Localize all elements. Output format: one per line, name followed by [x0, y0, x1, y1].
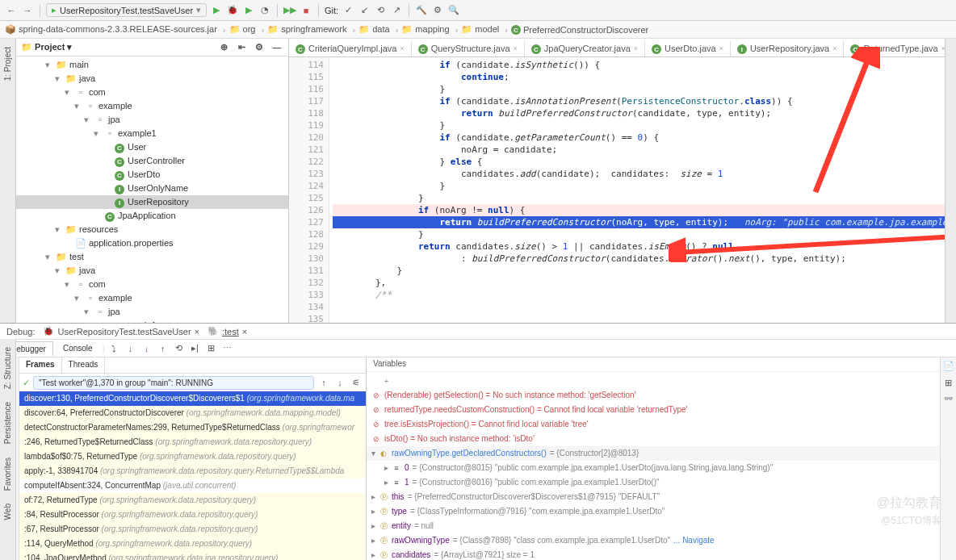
settings-icon[interactable]: ⚙ [431, 4, 444, 17]
breadcrumb-seg[interactable]: 📁 model [461, 24, 508, 35]
stack-frame[interactable]: :67, ResultProcessor (org.springframewor… [19, 522, 366, 537]
variable-row[interactable]: ▸ ⓟ this = {PreferredConstructorDiscover… [367, 490, 940, 504]
breadcrumb-seg[interactable]: 📁 data [358, 24, 398, 35]
breadcrumb-seg[interactable]: 📦 spring-data-commons-2.3.3.RELEASE-sour… [5, 24, 226, 35]
tree-node[interactable]: JpaApplication [16, 209, 288, 223]
rail-persistence[interactable]: Persistence [3, 399, 12, 447]
stack-frame[interactable]: :246, ReturnedType$ReturnedClass (org.sp… [19, 435, 366, 449]
search-icon[interactable]: 🔍 [447, 4, 460, 17]
git-pull-icon[interactable]: ↙ [358, 4, 371, 17]
back-icon[interactable]: ← [5, 4, 18, 17]
profile-icon[interactable]: ◔ [258, 4, 271, 17]
step-into-icon[interactable]: ↓ [124, 344, 136, 353]
variables-tree[interactable]: ＋ (Renderable) getSelection() = No such … [367, 372, 940, 560]
evaluate-icon[interactable]: ⊞ [204, 343, 217, 353]
tree-node[interactable]: ▾▫example [16, 291, 288, 305]
frame-up-icon[interactable]: ↑ [317, 378, 330, 387]
layout-icon[interactable]: ⊞ [942, 378, 955, 388]
threads-tab[interactable]: Threads [62, 357, 106, 373]
variable-row[interactable]: ▸ ⓟ candidates = {ArrayList@7921} size =… [367, 548, 940, 560]
breadcrumb-seg[interactable]: 📁 org [229, 24, 265, 35]
variable-row[interactable]: (Renderable) getSelection() = No such in… [367, 388, 940, 403]
breadcrumb-seg[interactable]: PreferredConstructorDiscoverer [511, 24, 654, 36]
tree-node[interactable]: ▾📁java [16, 72, 288, 86]
variable-row[interactable]: ▾ ◐ rawOwningType.getDeclaredConstructor… [367, 446, 940, 461]
editor-tab[interactable]: ReturnedType.java× [844, 41, 953, 57]
new-watch-icon[interactable]: 📄 [942, 361, 955, 371]
fwd-icon[interactable]: → [21, 4, 34, 17]
tree-node[interactable]: ▾▫example [16, 99, 288, 113]
collapse-icon[interactable]: ⇤ [235, 41, 248, 54]
coverage-icon[interactable]: ▶ [242, 4, 255, 17]
drop-frame-icon[interactable]: ⟲ [172, 343, 185, 353]
gear-icon[interactable]: ⚙ [253, 41, 266, 54]
editor-tab[interactable]: UserRepository.java× [731, 41, 845, 57]
variable-row[interactable]: ▸ ⓟ type = {ClassTypeInformation@7916} "… [367, 504, 940, 519]
stop-icon[interactable]: ■ [300, 4, 312, 17]
rail-structure[interactable]: Z: Structure [3, 344, 12, 392]
editor-tab[interactable]: QueryStructure.java× [412, 41, 525, 57]
stack-frame[interactable]: :104, JpaQueryMethod (org.springframewor… [19, 551, 366, 560]
debug-session-tab[interactable]: 🐞 UserRepositoryTest.testSaveUser × [43, 326, 199, 336]
tree-node[interactable]: ▾📁test [16, 250, 288, 264]
stack-frame[interactable]: discover:130, PreferredConstructorDiscov… [19, 391, 366, 406]
stack-frame[interactable]: of:72, ReturnedType (org.springframework… [19, 493, 366, 508]
tree-node[interactable]: UserDto [16, 168, 288, 182]
editor-tab[interactable]: CriteriaQueryImpl.java× [289, 41, 412, 57]
tree-node[interactable]: ▾📁java [16, 264, 288, 278]
build-icon[interactable]: 🔨 [415, 4, 428, 17]
stack-frame[interactable]: lambda$of$0:75, ReturnedType (org.spring… [19, 449, 366, 464]
rail-project[interactable]: 1: Project [3, 44, 12, 84]
stack-frame[interactable]: discover:64, PreferredConstructorDiscove… [19, 406, 366, 420]
variable-row[interactable]: ▸ ≡ 0 = {Constructor@8015} "public com.e… [367, 461, 940, 475]
editor-tab[interactable]: JpaQueryCreator.java× [525, 41, 645, 57]
run-to-cursor-icon[interactable]: ▸| [188, 343, 201, 353]
rail-web[interactable]: Web [3, 500, 12, 523]
frame-filter-icon[interactable]: ⚟ [350, 378, 363, 388]
stack-frame[interactable]: :84, ResultProcessor (org.springframewor… [19, 508, 366, 522]
variable-row[interactable]: isDto() = No such instance method: 'isDt… [367, 432, 940, 446]
stack-frame[interactable]: apply:-1, 338941704 (org.springframework… [19, 464, 366, 479]
tree-node[interactable]: ▾📁resources [16, 223, 288, 236]
glasses-icon[interactable]: 👓 [942, 395, 955, 403]
variable-row[interactable]: ▸ ⓟ rawOwningType = {Class@7898} "class … [367, 533, 940, 548]
variable-row[interactable]: returnedType.needsCustomConstruction() =… [367, 403, 940, 417]
breadcrumb-seg[interactable]: 📁 mapping [401, 24, 458, 35]
more-icon[interactable]: ⋯ [220, 343, 233, 353]
tree-node[interactable]: 📄application.properties [16, 236, 288, 250]
tree-node[interactable]: UserOnlyName [16, 182, 288, 195]
tree-node[interactable]: ▾▫com [16, 278, 288, 291]
debug-icon[interactable]: 🐞 [226, 4, 239, 17]
variable-row[interactable]: ▸ ⓟ entity = null [367, 519, 940, 533]
tree-node[interactable]: UserRepository [16, 195, 288, 209]
run2-icon[interactable]: ▶▶ [283, 4, 296, 17]
git-update-icon[interactable]: ✓ [342, 4, 354, 17]
tree-node[interactable]: ▾▫jpa [16, 113, 288, 127]
hide-icon[interactable]: — [270, 41, 283, 54]
tree-node[interactable]: UserController [16, 154, 288, 168]
tree-node[interactable]: User [16, 140, 288, 154]
git-history-icon[interactable]: ⟲ [374, 4, 387, 17]
stack-frame[interactable]: computeIfAbsent:324, ConcurrentMap (java… [19, 479, 366, 493]
run-icon[interactable]: ▶ [210, 4, 223, 17]
frames-tab[interactable]: Frames [19, 357, 62, 373]
variable-row[interactable]: tree.isExistsProjection() = Cannot find … [367, 417, 940, 432]
tree-node[interactable]: ▾▫com [16, 86, 288, 99]
tree-node[interactable]: ▾▫example1 [16, 127, 288, 140]
debug-session-tab[interactable]: 🐘 :test × [208, 326, 247, 336]
variable-row[interactable]: ▸ ≡ 1 = {Constructor@8016} "public com.e… [367, 475, 940, 490]
force-step-icon[interactable]: ↓ [140, 344, 153, 353]
run-config-selector[interactable]: ▸UserRepositoryTest.testSaveUser▾ [46, 3, 207, 17]
thread-selector[interactable]: "Test worker"@1,370 in group "main": RUN… [33, 376, 314, 390]
frame-down-icon[interactable]: ↓ [333, 378, 346, 387]
step-out-icon[interactable]: ↑ [156, 344, 169, 353]
breadcrumb-seg[interactable]: 📁 springframework [267, 24, 355, 35]
git-push-icon[interactable]: ↗ [390, 4, 403, 17]
stack-frame[interactable]: detectConstructorParameterNames:299, Ret… [19, 420, 366, 435]
tab-console[interactable]: Console [57, 341, 99, 355]
editor-tab[interactable]: UserDto.java× [645, 41, 731, 57]
step-over-icon[interactable]: ⤵ [107, 344, 120, 353]
stack-frame[interactable]: :114, QueryMethod (org.springframework.d… [19, 537, 366, 551]
rail-favorites[interactable]: Favorites [3, 454, 12, 494]
tree-node[interactable]: ▾▫jpa [16, 305, 288, 319]
